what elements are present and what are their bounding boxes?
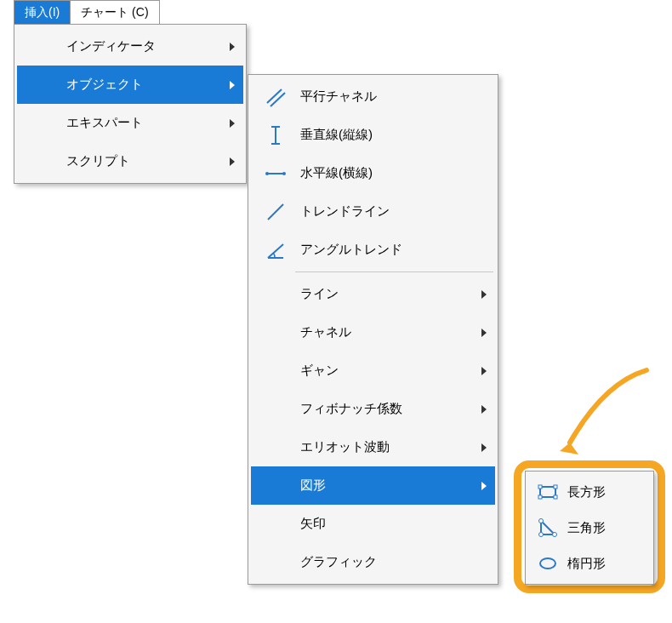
- menu-item-label: トレンドライン: [300, 203, 487, 220]
- menu-chart-label: チャート (C): [81, 5, 148, 20]
- menu-divider: [295, 271, 493, 272]
- menu-item-label: エリオット波動: [300, 439, 481, 455]
- ellipse-shape-icon: [537, 552, 559, 574]
- parallel-channel-icon: [263, 84, 288, 110]
- menu-item-label: 三角形: [567, 520, 642, 536]
- menu-item-parallel-channel[interactable]: 平行チャネル: [251, 77, 495, 116]
- menubar: 挿入(I) チャート (C): [14, 0, 160, 24]
- menu-item-ellipse[interactable]: 楕円形: [528, 546, 651, 581]
- svg-point-19: [539, 533, 544, 537]
- menu-item-label: 図形: [300, 477, 481, 494]
- menu-item-vertical-line[interactable]: 垂直線(縦線): [251, 116, 495, 154]
- menu-item-indicators[interactable]: インディケータ: [17, 27, 243, 66]
- menu-item-graphic[interactable]: グラフィック: [251, 543, 495, 581]
- svg-marker-17: [541, 521, 555, 534]
- menu-item-label: エキスパート: [66, 115, 230, 131]
- menu-item-shapes[interactable]: 図形: [251, 466, 495, 505]
- menu-item-label: チャネル: [300, 324, 481, 340]
- menu-chart[interactable]: チャート (C): [71, 1, 158, 24]
- svg-rect-15: [538, 495, 542, 499]
- submenu-arrow-icon: [230, 81, 235, 89]
- menu-item-angle-trend[interactable]: アングルトレンド: [251, 231, 495, 269]
- menu-item-lines[interactable]: ライン: [251, 275, 495, 313]
- svg-rect-13: [538, 485, 542, 489]
- menu-item-experts[interactable]: エキスパート: [17, 104, 243, 142]
- menu-item-label: 平行チャネル: [300, 89, 487, 105]
- menu-insert[interactable]: 挿入(I): [14, 1, 70, 24]
- menu-item-label: ギャン: [300, 363, 481, 379]
- svg-point-6: [265, 172, 269, 175]
- svg-rect-16: [554, 495, 557, 499]
- menu-insert-label: 挿入(I): [25, 5, 60, 20]
- submenu-arrow-icon: [481, 482, 487, 490]
- svg-rect-12: [540, 487, 555, 497]
- menu-item-trend-line[interactable]: トレンドライン: [251, 192, 495, 231]
- submenu-arrow-icon: [481, 443, 487, 452]
- menu-item-gann[interactable]: ギャン: [251, 352, 495, 390]
- menu-item-label: フィボナッチ係数: [300, 401, 481, 417]
- objects-submenu-panel: 平行チャネル 垂直線(縦線) 水平線(横線) トレンドライン アングルトレンド …: [248, 74, 498, 585]
- shapes-submenu-panel: 長方形 三角形 楕円形: [525, 471, 654, 585]
- svg-line-9: [268, 244, 283, 258]
- menu-item-arrows[interactable]: 矢印: [251, 505, 495, 543]
- vertical-line-icon: [263, 123, 288, 148]
- submenu-arrow-icon: [481, 367, 487, 375]
- menu-item-channels[interactable]: チャネル: [251, 313, 495, 352]
- svg-line-1: [271, 93, 285, 106]
- insert-menu-panel: インディケータ オブジェクト エキスパート スクリプト: [14, 24, 247, 184]
- triangle-shape-icon: [537, 517, 559, 539]
- menu-item-label: オブジェクト: [66, 77, 230, 93]
- menu-item-label: アングルトレンド: [300, 242, 487, 258]
- menu-item-label: グラフィック: [300, 554, 487, 570]
- menu-item-horizontal-line[interactable]: 水平線(横線): [251, 154, 495, 192]
- menu-item-objects[interactable]: オブジェクト: [17, 66, 243, 104]
- svg-marker-11: [560, 443, 578, 454]
- menu-item-label: 矢印: [300, 516, 487, 532]
- submenu-arrow-icon: [230, 157, 235, 166]
- menu-item-label: 楕円形: [567, 556, 642, 572]
- menu-item-label: 垂直線(縦線): [300, 127, 487, 143]
- menu-item-scripts[interactable]: スクリプト: [17, 142, 243, 180]
- submenu-arrow-icon: [481, 329, 487, 337]
- svg-line-0: [267, 89, 282, 103]
- svg-point-18: [539, 519, 544, 523]
- submenu-arrow-icon: [481, 405, 487, 414]
- menu-item-label: 水平線(横線): [300, 165, 487, 181]
- horizontal-line-icon: [263, 161, 288, 186]
- menu-item-label: ライン: [300, 286, 481, 302]
- menu-item-fibonacci[interactable]: フィボナッチ係数: [251, 390, 495, 428]
- menu-item-label: インディケータ: [66, 38, 230, 54]
- menu-item-elliott[interactable]: エリオット波動: [251, 428, 495, 466]
- svg-point-7: [282, 172, 286, 175]
- submenu-arrow-icon: [230, 119, 235, 128]
- menu-item-label: スクリプト: [66, 153, 230, 169]
- menu-item-label: 長方形: [567, 484, 642, 500]
- menu-item-rectangle[interactable]: 長方形: [528, 474, 651, 510]
- svg-rect-14: [554, 485, 557, 489]
- svg-point-21: [540, 558, 555, 569]
- submenu-arrow-icon: [481, 290, 487, 299]
- callout-arrow-icon: [544, 366, 655, 460]
- trend-line-icon: [263, 199, 288, 225]
- svg-line-8: [268, 204, 283, 220]
- submenu-arrow-icon: [230, 43, 235, 51]
- svg-point-20: [553, 533, 557, 537]
- rectangle-shape-icon: [537, 481, 559, 503]
- angle-trend-icon: [263, 237, 288, 263]
- menu-item-triangle[interactable]: 三角形: [528, 510, 651, 546]
